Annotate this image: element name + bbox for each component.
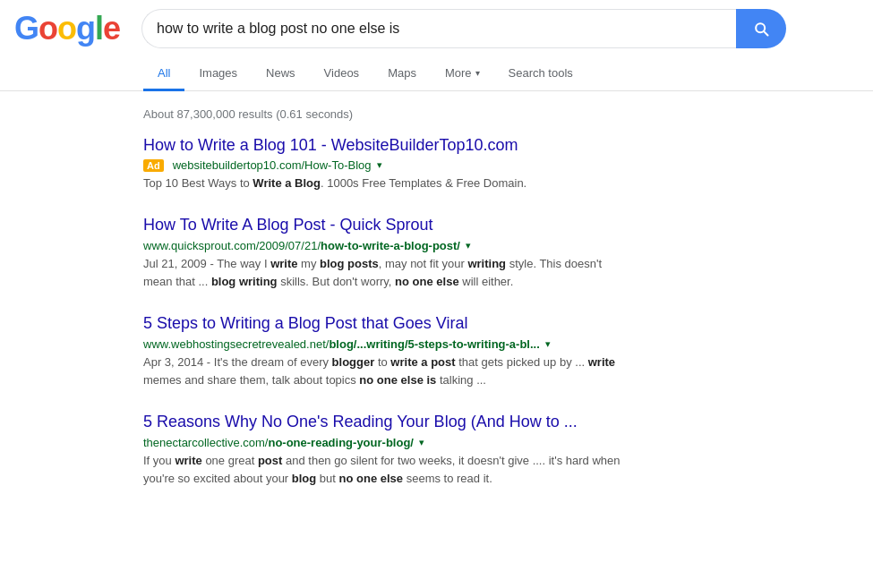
- search-result-2: How To Write A Blog Post - Quick Sprout …: [143, 215, 627, 292]
- logo-letter-o2: o: [57, 10, 76, 47]
- result-2-title[interactable]: How To Write A Blog Post - Quick Sprout: [143, 215, 627, 235]
- search-input[interactable]: [141, 9, 736, 48]
- logo-letter-g2: g: [76, 10, 95, 47]
- tab-all-label: All: [158, 66, 170, 80]
- result-3-title[interactable]: 5 Steps to Writing a Blog Post that Goes…: [143, 313, 627, 334]
- search-result-4: 5 Reasons Why No One's Reading Your Blog…: [143, 412, 627, 489]
- result-2-url-arrow[interactable]: ▾: [466, 240, 471, 251]
- result-2-snippet: Jul 21, 2009 - The way I write my blog p…: [143, 255, 627, 293]
- result-1-title[interactable]: How to Write a Blog 101 - WebsiteBuilder…: [143, 135, 627, 156]
- header: Google: [0, 0, 873, 57]
- chevron-down-icon: ▾: [475, 68, 480, 78]
- tab-images[interactable]: Images: [184, 57, 252, 91]
- tab-more-label: More: [445, 66, 472, 80]
- results-area: About 87,300,000 results (0.61 seconds) …: [0, 91, 627, 489]
- tab-search-tools-label: Search tools: [509, 66, 573, 80]
- logo-letter-l: l: [95, 10, 103, 47]
- result-3-url-row: www.webhostingsecretrevealed.net/blog/..…: [143, 337, 627, 351]
- result-3-snippet: Apr 3, 2014 - It's the dream of every bl…: [143, 354, 627, 391]
- logo-letter-g: G: [14, 10, 39, 47]
- ad-badge: Ad: [143, 159, 164, 172]
- tab-maps[interactable]: Maps: [373, 57, 431, 91]
- result-1-snippet: Top 10 Best Ways to Write a Blog. 1000s …: [143, 175, 627, 193]
- result-1-url: websitebuildertop10.com/How-To-Blog: [173, 158, 372, 172]
- result-2-url-row: www.quicksprout.com/2009/07/21/how-to-wr…: [143, 239, 627, 252]
- result-4-url-arrow[interactable]: ▾: [419, 437, 424, 448]
- tab-maps-label: Maps: [388, 66, 416, 80]
- tab-news[interactable]: News: [252, 57, 310, 91]
- tab-videos-label: Videos: [324, 66, 360, 80]
- result-1-url-arrow[interactable]: ▾: [377, 159, 382, 171]
- tab-videos[interactable]: Videos: [310, 57, 374, 91]
- result-3-url: www.webhostingsecretrevealed.net/blog/..…: [143, 337, 540, 351]
- tab-images-label: Images: [199, 66, 237, 80]
- tab-news-label: News: [266, 66, 295, 80]
- search-bar-wrapper: [141, 9, 786, 48]
- logo-letter-e: e: [103, 10, 120, 47]
- result-3-url-arrow[interactable]: ▾: [545, 338, 551, 350]
- search-result-1: How to Write a Blog 101 - WebsiteBuilder…: [143, 135, 627, 193]
- nav-tabs: All Images News Videos Maps More ▾ Searc…: [0, 57, 873, 91]
- google-logo[interactable]: Google: [14, 10, 120, 47]
- result-4-snippet: If you write one great post and then go …: [143, 452, 627, 490]
- result-4-url-row: thenectarcollective.com/no-one-reading-y…: [143, 436, 627, 449]
- search-result-3: 5 Steps to Writing a Blog Post that Goes…: [143, 313, 627, 390]
- tab-search-tools[interactable]: Search tools: [494, 57, 587, 91]
- search-button[interactable]: [736, 9, 786, 48]
- result-4-url: thenectarcollective.com/no-one-reading-y…: [143, 436, 414, 449]
- result-4-title[interactable]: 5 Reasons Why No One's Reading Your Blog…: [143, 412, 627, 432]
- tab-all[interactable]: All: [143, 57, 184, 91]
- search-icon: [752, 20, 770, 38]
- tab-more[interactable]: More ▾: [431, 57, 494, 91]
- result-2-url: www.quicksprout.com/2009/07/21/how-to-wr…: [143, 239, 460, 252]
- result-stats: About 87,300,000 results (0.61 seconds): [143, 100, 627, 135]
- logo-letter-o1: o: [39, 10, 57, 47]
- result-1-url-row: Ad websitebuildertop10.com/How-To-Blog ▾: [143, 158, 627, 172]
